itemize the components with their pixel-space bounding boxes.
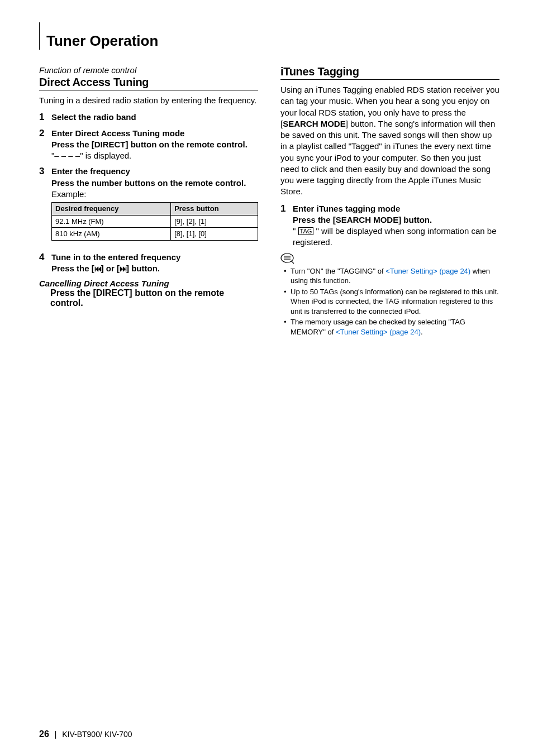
step-title: Enter the frequency — [51, 166, 258, 177]
step-2: 2 Enter Direct Access Tuning mode Press … — [39, 128, 258, 162]
step-1-right: 1 Enter iTunes tagging mode Press the [S… — [280, 203, 499, 248]
intro-text: Using an iTunes Tagging enabled RDS stat… — [280, 84, 499, 198]
right-column: iTunes Tagging Using an iTunes Tagging e… — [280, 65, 499, 338]
page-title: Tuner Operation — [39, 22, 499, 50]
step-3: 3 Enter the frequency Press the number b… — [39, 166, 258, 247]
notes-list: Turn "ON" the "TAGGING" of <Tuner Settin… — [280, 266, 499, 337]
text: " will be displayed when song informatio… — [293, 226, 496, 247]
text: ] button. — [126, 264, 160, 273]
table-cell: [8], [1], [0] — [171, 228, 258, 241]
table-header-row: Desired frequency Press button — [52, 203, 258, 216]
step-title: Tune in to the entered frequency — [51, 252, 258, 263]
step-number: 4 — [39, 252, 47, 275]
cancel-heading: Cancelling Direct Access Tuning — [39, 279, 258, 288]
next-track-icon: ⏭ — [120, 264, 126, 273]
intro-text: Tuning in a desired radio station by ent… — [39, 95, 258, 106]
step-instruction: Press the [DIRECT] button on the remote … — [51, 139, 258, 150]
table-row: 92.1 MHz (FM) [9], [2], [1] — [52, 215, 258, 228]
link-tuner-setting[interactable]: <Tuner Setting> (page 24) — [386, 267, 470, 275]
text: Press the [ — [51, 264, 94, 273]
table-header: Desired frequency — [52, 203, 171, 216]
link-tuner-setting[interactable]: <Tuner Setting> (page 24) — [336, 328, 421, 336]
step-instruction: Press the number buttons on the remote c… — [51, 178, 258, 189]
bold-text: SEARCH MODE — [283, 119, 346, 128]
step-result: "– – – –" is displayed. — [51, 150, 258, 161]
prev-track-icon: ⏮ — [94, 264, 101, 273]
step-title: Enter iTunes tagging mode — [293, 203, 499, 214]
text: " — [293, 226, 298, 236]
step-title: Select the radio band — [51, 112, 136, 122]
step-number: 1 — [39, 112, 47, 123]
note-icon — [280, 253, 499, 264]
note-item: Up to 50 TAGs (song's information) can b… — [286, 287, 499, 317]
step-number: 3 — [39, 166, 47, 247]
footer-separator: | — [55, 730, 57, 739]
page-number: 26 — [39, 729, 49, 739]
step-1: 1 Select the radio band — [39, 112, 258, 123]
step-number: 1 — [280, 203, 288, 248]
step-instruction: Press the [⏮] or [⏭] button. — [51, 263, 258, 274]
step-4: 4 Tune in to the entered frequency Press… — [39, 252, 258, 275]
note-item: Turn "ON" the "TAGGING" of <Tuner Settin… — [286, 266, 499, 286]
table-header: Press button — [171, 203, 258, 216]
table-cell: 810 kHz (AM) — [52, 228, 171, 241]
footer-model: KIV-BT900/ KIV-700 — [62, 730, 132, 739]
step-number: 2 — [39, 128, 47, 162]
example-label: Example: — [51, 189, 258, 200]
function-note: Function of remote control — [39, 65, 258, 75]
note-item: The memory usage can be checked by selec… — [286, 317, 499, 337]
footer: 26 | KIV-BT900/ KIV-700 — [39, 729, 132, 739]
left-column: Function of remote control Direct Access… — [39, 65, 258, 338]
text: Turn "ON" the "TAGGING" of — [291, 267, 386, 275]
table-cell: 92.1 MHz (FM) — [52, 215, 171, 228]
step-title: Enter Direct Access Tuning mode — [51, 128, 258, 139]
section-heading-itunes: iTunes Tagging — [280, 65, 499, 80]
text: . — [421, 328, 423, 336]
section-heading-direct-access: Direct Access Tuning — [39, 76, 258, 90]
text: ] button. The song's information will th… — [280, 119, 495, 197]
tag-indicator: TAG — [298, 227, 314, 235]
cancel-instruction: Press the [DIRECT] button on the remote … — [50, 288, 258, 308]
text: ] or [ — [101, 264, 120, 273]
table-row: 810 kHz (AM) [8], [1], [0] — [52, 228, 258, 241]
step-result: " TAG " will be displayed when song info… — [293, 226, 499, 248]
table-cell: [9], [2], [1] — [171, 215, 258, 228]
frequency-table: Desired frequency Press button 92.1 MHz … — [51, 202, 258, 241]
step-instruction: Press the [SEARCH MODE] button. — [293, 214, 499, 226]
